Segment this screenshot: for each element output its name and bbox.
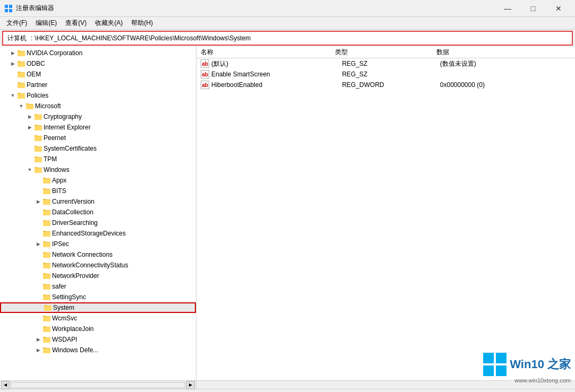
- folder-icon: [42, 272, 51, 280]
- registry-row-hiberboot[interactable]: ab HiberbootEnabled REG_DWORD 0x00000000…: [196, 80, 575, 90]
- window-title: 注册表编辑器: [16, 4, 495, 13]
- title-bar: 注册表编辑器 — □ ✕: [0, 0, 575, 17]
- tree-label: SettingSync: [52, 293, 86, 301]
- scroll-track[interactable]: [11, 382, 185, 388]
- tree-scroll[interactable]: ▶ NVIDIA Corporation ▶ ODBC ▶: [0, 47, 196, 380]
- tree-item-cryptography[interactable]: ▶ Cryptography: [0, 111, 196, 122]
- tree-item-networkconnectivity[interactable]: ▶ NetworkConnectivityStatus: [0, 260, 196, 271]
- expand-icon: ▼: [17, 102, 25, 110]
- tree-label: TPM: [44, 155, 57, 163]
- tree-item-network-connections[interactable]: ▶ Network Connections: [0, 249, 196, 260]
- tree-label: Policies: [27, 92, 48, 99]
- tree-label: DriverSearching: [52, 219, 98, 227]
- folder-icon: [42, 250, 51, 259]
- tree-item-wsdapi[interactable]: ▶ WSDAPI: [0, 334, 196, 345]
- tree-item-policies[interactable]: ▼ Policies: [0, 90, 196, 101]
- maximize-button[interactable]: □: [521, 1, 545, 16]
- folder-icon: [42, 261, 51, 269]
- tree-label: WorkplaceJoin: [52, 325, 93, 333]
- tree-item-driversearching[interactable]: ▶ DriverSearching: [0, 217, 196, 228]
- reg-name: (默认): [211, 59, 342, 68]
- tree-panel: ▶ NVIDIA Corporation ▶ ODBC ▶: [0, 47, 196, 380]
- tree-item-microsoft[interactable]: ▼ Microsoft: [0, 101, 196, 111]
- tree-label: DataCollection: [52, 208, 93, 216]
- registry-row-default[interactable]: ab (默认) REG_SZ (数值未设置): [196, 58, 575, 69]
- tree-item-bits[interactable]: ▶ BITS: [0, 186, 196, 196]
- minimize-button[interactable]: —: [495, 1, 520, 16]
- tree-item-tpm[interactable]: ▶ TPM: [0, 154, 196, 164]
- folder-icon: [42, 197, 51, 206]
- tree-label: ODBC: [27, 60, 45, 67]
- tree-item-system[interactable]: ▶ System: [0, 302, 196, 313]
- tree-item-settingsync[interactable]: ▶ SettingSync: [0, 292, 196, 302]
- folder-icon: [42, 187, 51, 195]
- folder-icon: [44, 303, 52, 312]
- tree-item-workplacejoin[interactable]: ▶ WorkplaceJoin: [0, 324, 196, 334]
- address-path[interactable]: \HKEY_LOCAL_MACHINE\SOFTWARE\Policies\Mi…: [35, 34, 570, 42]
- tree-item-currentversion[interactable]: ▶ CurrentVersion: [0, 196, 196, 207]
- folder-icon: [42, 325, 51, 333]
- tree-item-ie[interactable]: ▶ Internet Explorer: [0, 122, 196, 133]
- tree-label: IPSec: [52, 240, 69, 248]
- folder-icon: [17, 70, 25, 79]
- column-headers: 名称 类型 数据: [196, 47, 575, 58]
- tree-item-oem[interactable]: ▶ OEM: [0, 69, 196, 80]
- folder-icon: [42, 240, 51, 248]
- svg-rect-2: [5, 9, 8, 12]
- tree-item-odbc[interactable]: ▶ ODBC: [0, 58, 196, 69]
- status-bar: [0, 389, 575, 392]
- scroll-right-arrow[interactable]: ▶: [186, 381, 195, 389]
- reg-name: Enable SmartScreen: [211, 71, 342, 78]
- expand-icon: ▶: [34, 346, 42, 354]
- scroll-left-arrow[interactable]: ◀: [1, 381, 10, 389]
- folder-icon: [42, 346, 51, 354]
- folder-icon: [42, 176, 51, 185]
- tree-label: Cryptography: [44, 113, 82, 120]
- folder-icon: [42, 208, 51, 216]
- expand-icon: ▼: [25, 165, 34, 174]
- tree-hscroll: ◀ ▶: [0, 381, 196, 389]
- folder-icon: [42, 219, 51, 227]
- tree-item-windowsdef[interactable]: ▶ Windows Defe...: [0, 345, 196, 355]
- folder-icon: [42, 293, 51, 301]
- tree-item-datacollection[interactable]: ▶ DataCollection: [0, 207, 196, 217]
- tree-item-peernet[interactable]: ▶ Peernet: [0, 133, 196, 143]
- tree-item-wcmsvc[interactable]: ▶ WcmSvc: [0, 313, 196, 324]
- tree-label: safer: [52, 283, 66, 290]
- tree-item-appx[interactable]: ▶ Appx: [0, 175, 196, 186]
- tree-label: Internet Explorer: [44, 124, 91, 131]
- svg-rect-3: [9, 9, 12, 12]
- expand-icon: ▶: [34, 335, 42, 344]
- folder-icon: [17, 81, 25, 89]
- tree-label: SystemCertificates: [44, 145, 97, 152]
- expand-icon: ▶: [34, 197, 42, 206]
- registry-row-smartscreen[interactable]: ab Enable SmartScreen REG_SZ: [196, 69, 575, 80]
- tree-item-partner[interactable]: ▶ Partner: [0, 80, 196, 90]
- tree-item-windows[interactable]: ▼ Windows: [0, 164, 196, 175]
- menu-favorites[interactable]: 收藏夹(A): [91, 17, 127, 29]
- menu-help[interactable]: 帮助(H): [127, 17, 157, 29]
- reg-icon-ab: ab: [201, 70, 209, 79]
- tree-item-safer[interactable]: ▶ safer: [0, 281, 196, 292]
- window-controls: — □ ✕: [495, 1, 571, 16]
- tree-label: EnhancedStorageDevices: [52, 230, 126, 237]
- registry-rows: ab (默认) REG_SZ (数值未设置) ab Enable SmartSc…: [196, 58, 575, 380]
- tree-item-ipsec[interactable]: ▶ IPSec: [0, 239, 196, 249]
- folder-icon: [34, 112, 42, 121]
- menu-edit[interactable]: 编辑(E): [31, 17, 61, 29]
- app-icon: [4, 4, 13, 13]
- tree-item-networkprovider[interactable]: ▶ NetworkProvider: [0, 271, 196, 281]
- close-button[interactable]: ✕: [546, 1, 571, 16]
- right-panel: 名称 类型 数据 ab (默认) REG_SZ (数值未设置) ab Enabl…: [196, 47, 575, 380]
- menu-file[interactable]: 文件(F): [2, 17, 31, 29]
- folder-icon: [34, 155, 42, 163]
- tree-label: CurrentVersion: [52, 198, 95, 205]
- menu-view[interactable]: 查看(V): [61, 17, 91, 29]
- expand-icon: ▶: [25, 112, 34, 121]
- tree-item-enhancedstorage[interactable]: ▶ EnhancedStorageDevices: [0, 228, 196, 239]
- tree-item-systemcerts[interactable]: ▶ SystemCertificates: [0, 143, 196, 154]
- tree-label: Network Connections: [52, 251, 113, 258]
- reg-data: 0x00000000 (0): [440, 81, 571, 89]
- tree-item-nvidia[interactable]: ▶ NVIDIA Corporation: [0, 48, 196, 58]
- address-bar: 计算机 : \HKEY_LOCAL_MACHINE\SOFTWARE\Polic…: [2, 31, 573, 46]
